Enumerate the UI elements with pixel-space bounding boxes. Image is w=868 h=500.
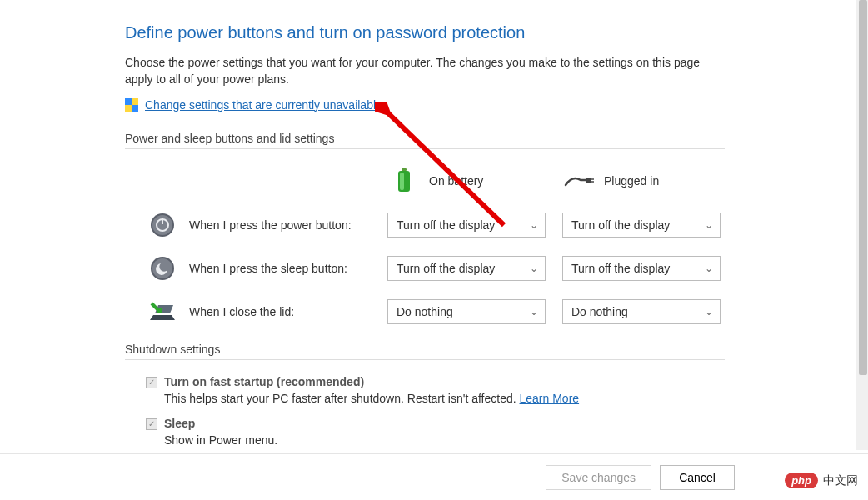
chevron-down-icon: ⌄: [705, 262, 713, 274]
elevate-link-row[interactable]: Change settings that are currently unava…: [125, 98, 725, 112]
row-lid: When I close the lid: Do nothing ⌄ Do no…: [146, 299, 725, 324]
row-label: When I press the power button:: [189, 218, 352, 232]
cancel-button[interactable]: Cancel: [660, 465, 735, 490]
page-title: Define power buttons and turn on passwor…: [125, 23, 725, 42]
row-power-button: When I press the power button: Turn off …: [146, 212, 725, 238]
section-title: Shutdown settings: [125, 342, 725, 356]
power-button-icon: [146, 212, 179, 238]
chevron-down-icon: ⌄: [705, 306, 713, 318]
svg-point-7: [152, 215, 172, 235]
svg-point-11: [152, 258, 172, 278]
dropdown-value: Turn off the display: [571, 218, 670, 232]
dropdown-value: Do nothing: [397, 305, 453, 318]
content-area: Define power buttons and turn on passwor…: [0, 0, 725, 472]
option-sleep: ✓ Sleep: [146, 417, 725, 430]
section-divider: [125, 148, 725, 149]
watermark: php 中文网: [785, 472, 858, 488]
footer: Save changes Cancel: [0, 453, 868, 500]
section-divider: [125, 359, 725, 360]
option-desc: Show in Power menu.: [164, 433, 725, 447]
chevron-down-icon: ⌄: [530, 306, 538, 318]
svg-rect-2: [400, 172, 404, 190]
option-title: Turn on fast startup (recommended): [164, 375, 364, 388]
chevron-down-icon: ⌄: [705, 219, 713, 231]
lid-icon: [146, 300, 179, 323]
col-battery-header: On battery: [387, 164, 562, 198]
power-battery-dropdown[interactable]: Turn off the display ⌄: [387, 212, 546, 238]
plug-icon: [562, 173, 596, 188]
scrollbar-track[interactable]: [856, 0, 868, 450]
row-sleep-button: When I press the sleep button: Turn off …: [146, 256, 725, 281]
sleep-plugged-dropdown[interactable]: Turn off the display ⌄: [562, 256, 721, 281]
sleep-button-icon: [146, 256, 179, 281]
dropdown-value: Turn off the display: [571, 262, 670, 275]
section-title: Power and sleep buttons and lid settings: [125, 132, 725, 145]
change-settings-link[interactable]: Change settings that are currently unava…: [145, 98, 382, 112]
chevron-down-icon: ⌄: [530, 262, 538, 274]
scrollbar-thumb[interactable]: [859, 0, 867, 375]
dropdown-value: Do nothing: [571, 305, 628, 318]
lid-plugged-dropdown[interactable]: Do nothing ⌄: [562, 299, 721, 324]
learn-more-link[interactable]: Learn More: [520, 392, 580, 405]
col-plugged-header: Plugged in: [562, 164, 737, 198]
row-label: When I press the sleep button:: [189, 262, 347, 275]
save-button[interactable]: Save changes: [546, 465, 651, 490]
section-power-sleep: Power and sleep buttons and lid settings…: [125, 132, 725, 324]
checkbox[interactable]: ✓: [146, 377, 157, 388]
dropdown-value: Turn off the display: [397, 218, 495, 232]
chevron-down-icon: ⌄: [530, 219, 538, 231]
section-shutdown: Shutdown settings ✓ Turn on fast startup…: [125, 342, 725, 472]
option-fast-startup: ✓ Turn on fast startup (recommended): [146, 375, 725, 388]
col-plugged-label: Plugged in: [604, 174, 659, 188]
svg-rect-3: [586, 178, 591, 183]
checkbox[interactable]: ✓: [146, 418, 157, 430]
intro-text: Choose the power settings that you want …: [125, 54, 725, 88]
battery-icon: [387, 168, 421, 193]
sleep-battery-dropdown[interactable]: Turn off the display ⌄: [387, 256, 546, 281]
watermark-pill: php: [785, 472, 818, 488]
svg-rect-0: [402, 168, 407, 171]
shield-icon: [125, 98, 138, 112]
column-headers: On battery Plugged in: [146, 164, 725, 212]
lid-battery-dropdown[interactable]: Do nothing ⌄: [387, 299, 546, 324]
power-plugged-dropdown[interactable]: Turn off the display ⌄: [562, 212, 721, 238]
dropdown-value: Turn off the display: [397, 262, 495, 275]
col-battery-label: On battery: [429, 174, 483, 188]
option-title: Sleep: [164, 417, 195, 430]
watermark-text: 中文网: [823, 473, 858, 488]
option-desc: This helps start your PC faster after sh…: [164, 392, 725, 405]
row-label: When I close the lid:: [189, 305, 294, 318]
